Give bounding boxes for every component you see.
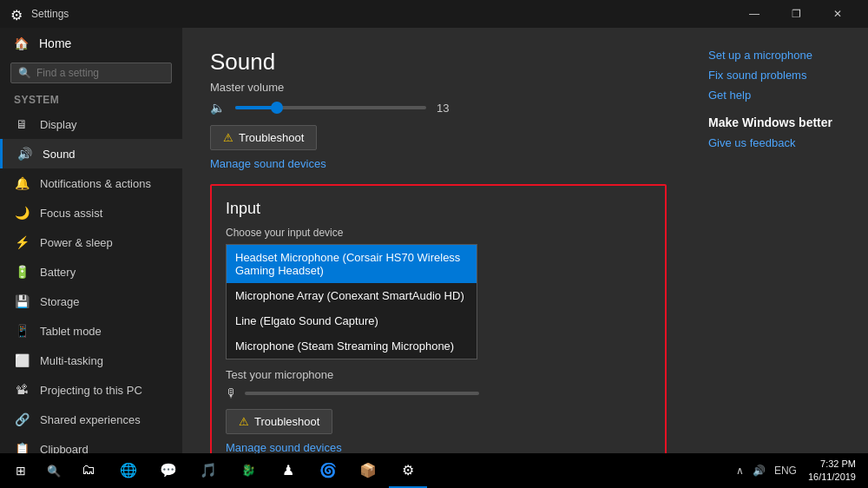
tray-time: 7:32 PM [820, 458, 856, 471]
warning-icon: ⚠ [223, 131, 233, 144]
sidebar-item-label: Power & sleep [40, 236, 113, 249]
dropdown-list: Headset Microphone (Corsair HS70 Wireles… [226, 244, 477, 359]
dropdown-option-2[interactable]: Line (Elgato Sound Capture) [227, 308, 477, 333]
sidebar-item-focus[interactable]: 🌙 Focus assist [0, 198, 182, 228]
titlebar-title: Settings [31, 8, 734, 20]
sidebar: 🏠 Home 🔍 System 🖥 Display 🔊 Sound 🔔 Noti… [0, 28, 182, 453]
home-icon: 🏠 [14, 36, 29, 50]
sidebar-item-label: Tablet mode [40, 325, 102, 338]
input-section-title: Input [226, 200, 651, 218]
dropdown-option-0[interactable]: Headset Microphone (Corsair HS70 Wireles… [227, 245, 477, 283]
sidebar-item-power[interactable]: ⚡ Power & sleep [0, 228, 182, 257]
mic-row: 🎙 [226, 386, 651, 400]
clipboard-icon: 📋 [14, 442, 30, 453]
taskbar-app-0[interactable]: 🗂 [69, 453, 108, 488]
settings-icon: ⚙ [10, 7, 24, 21]
multitasking-icon: ⬜ [14, 353, 30, 367]
sidebar-item-multitasking[interactable]: ⬜ Multi-tasking [0, 346, 182, 375]
start-button[interactable]: ⊞ [3, 453, 38, 488]
output-troubleshoot-button[interactable]: ⚠ Troubleshoot [210, 125, 317, 150]
tray-lang[interactable]: ENG [772, 465, 799, 477]
sidebar-item-label: Notifications & actions [40, 177, 151, 190]
sidebar-item-display[interactable]: 🖥 Display [0, 109, 182, 139]
taskbar-app-8[interactable]: ⚙ [389, 453, 427, 488]
tray-clock[interactable]: 7:32 PM 16/11/2019 [803, 458, 861, 485]
search-input[interactable] [36, 67, 167, 79]
tray-date: 16/11/2019 [808, 471, 856, 484]
sidebar-item-label: Display [40, 118, 77, 131]
make-better-heading: Make Windows better [708, 115, 854, 129]
volume-icon: 🔈 [210, 101, 225, 115]
close-button[interactable]: ✕ [818, 0, 858, 28]
taskbar-tray: ∧ 🔊 ENG 7:32 PM 16/11/2019 [733, 458, 865, 485]
setup-mic-link[interactable]: Set up a microphone [708, 49, 854, 62]
feedback-link[interactable]: Give us feedback [708, 136, 854, 149]
fix-sound-link[interactable]: Fix sound problems [708, 69, 854, 82]
sidebar-item-label: Projecting to this PC [40, 384, 142, 397]
search-icon: 🔍 [18, 67, 31, 79]
slider-thumb [271, 102, 283, 114]
right-panel: Set up a microphone Fix sound problems G… [694, 28, 868, 453]
taskbar-app-4[interactable]: 🐉 [229, 453, 267, 488]
sidebar-item-home[interactable]: 🏠 Home [0, 28, 182, 59]
volume-row: 🔈 13 [210, 101, 667, 115]
sidebar-item-label: Clipboard [40, 443, 89, 454]
input-device-dropdown[interactable]: Headset Microphone (Corsair HS70 Wireles… [226, 244, 477, 359]
taskbar-app-2[interactable]: 💬 [149, 453, 187, 488]
main-layout: 🏠 Home 🔍 System 🖥 Display 🔊 Sound 🔔 Noti… [0, 28, 868, 453]
home-label: Home [39, 36, 71, 50]
sidebar-item-label: Shared experiences [40, 413, 141, 426]
focus-icon: 🌙 [14, 206, 30, 220]
sidebar-item-sound[interactable]: 🔊 Sound [0, 139, 182, 168]
projecting-icon: 📽 [14, 383, 30, 397]
window-controls: — ❐ ✕ [734, 0, 858, 28]
content-area: Sound Master volume 🔈 13 ⚠ Troubleshoot … [182, 28, 694, 453]
battery-icon: 🔋 [14, 265, 30, 279]
warning-icon-2: ⚠ [239, 415, 249, 428]
tray-chevron[interactable]: ∧ [733, 465, 746, 477]
master-volume-label: Master volume [210, 81, 667, 94]
input-manage-devices-link[interactable]: Manage sound devices [226, 441, 651, 453]
troubleshoot-label: Troubleshoot [239, 131, 304, 144]
display-icon: 🖥 [14, 117, 30, 131]
input-troubleshoot-button[interactable]: ⚠ Troubleshoot [226, 409, 332, 434]
shared-icon: 🔗 [14, 412, 30, 426]
sound-icon: 🔊 [16, 147, 32, 161]
sidebar-item-label: Battery [40, 266, 76, 279]
taskbar-app-3[interactable]: 🎵 [189, 453, 227, 488]
storage-icon: 💾 [14, 294, 30, 308]
dropdown-option-1[interactable]: Microphone Array (Conexant SmartAudio HD… [227, 283, 477, 308]
manage-devices-link[interactable]: Manage sound devices [210, 157, 667, 170]
taskbar-app-6[interactable]: 🌀 [309, 453, 347, 488]
sidebar-item-projecting[interactable]: 📽 Projecting to this PC [0, 375, 182, 405]
sidebar-item-label: Multi-tasking [40, 354, 103, 367]
mic-icon: 🎙 [226, 386, 238, 400]
taskbar-app-7[interactable]: 📦 [349, 453, 387, 488]
taskbar-search[interactable]: 🔍 [38, 453, 69, 488]
tray-volume-icon[interactable]: 🔊 [750, 465, 768, 477]
sidebar-item-label: Sound [43, 148, 76, 161]
sidebar-item-tablet[interactable]: 📱 Tablet mode [0, 316, 182, 346]
troubleshoot-label-2: Troubleshoot [254, 415, 319, 428]
sidebar-item-notifications[interactable]: 🔔 Notifications & actions [0, 168, 182, 198]
mic-level-bar [245, 392, 479, 395]
search-box[interactable]: 🔍 [10, 63, 172, 83]
notifications-icon: 🔔 [14, 176, 30, 190]
sidebar-item-label: Focus assist [40, 207, 102, 220]
test-mic-label: Test your microphone [226, 368, 651, 381]
sidebar-item-storage[interactable]: 💾 Storage [0, 287, 182, 316]
taskbar-app-1[interactable]: 🌐 [109, 453, 148, 488]
dropdown-option-3[interactable]: Microphone (Steam Streaming Microphone) [227, 333, 477, 359]
volume-slider[interactable] [235, 106, 426, 109]
sidebar-item-label: Storage [40, 295, 80, 308]
taskbar-app-5[interactable]: ♟ [269, 453, 307, 488]
sidebar-item-battery[interactable]: 🔋 Battery [0, 257, 182, 287]
system-label: System [0, 90, 182, 109]
maximize-button[interactable]: ❐ [776, 0, 816, 28]
sidebar-item-clipboard[interactable]: 📋 Clipboard [0, 434, 182, 453]
minimize-button[interactable]: — [734, 0, 774, 28]
choose-input-label: Choose your input device [226, 227, 651, 239]
sidebar-item-shared[interactable]: 🔗 Shared experiences [0, 405, 182, 434]
get-help-link[interactable]: Get help [708, 89, 854, 102]
taskbar-apps: 🗂 🌐 💬 🎵 🐉 ♟ 🌀 📦 ⚙ [69, 453, 733, 488]
